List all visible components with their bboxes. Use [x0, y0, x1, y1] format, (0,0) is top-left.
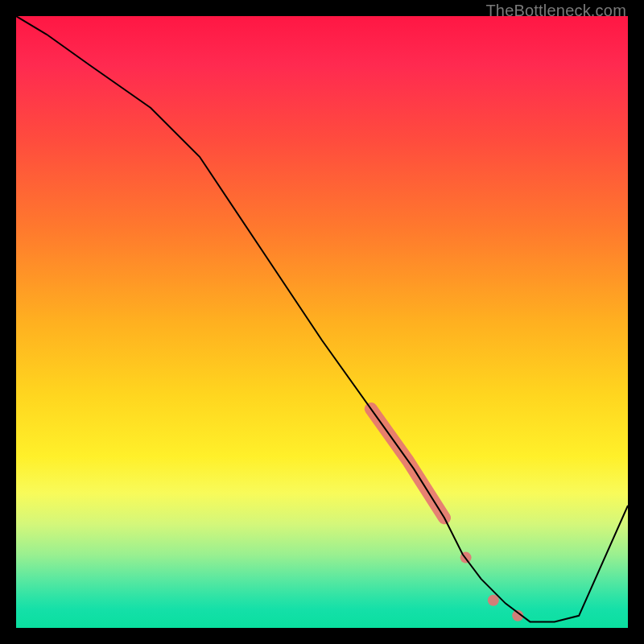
- plot-area: [16, 16, 628, 628]
- highlight-dots: [460, 552, 524, 621]
- curve-layer: [16, 16, 628, 628]
- highlight-dot: [488, 595, 499, 606]
- bottleneck-curve: [16, 16, 628, 621]
- chart-stage: TheBottleneck.com: [0, 0, 644, 644]
